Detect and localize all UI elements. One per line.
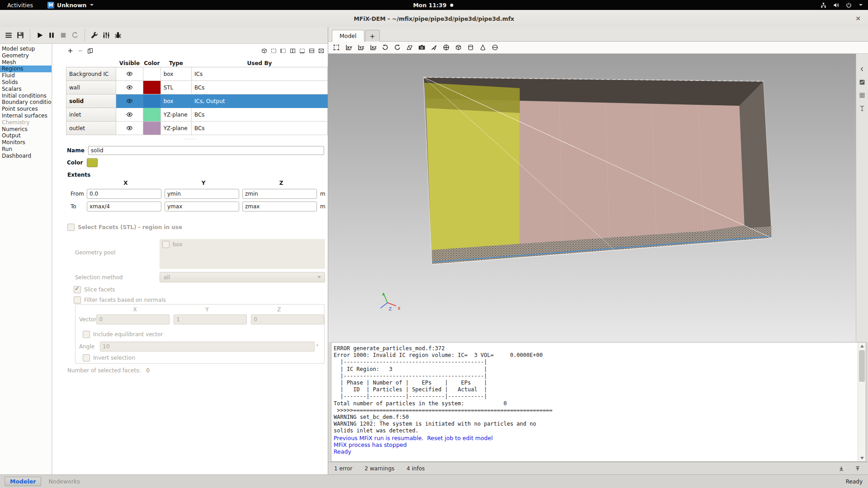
visibility-eye-icon[interactable] [126,111,133,117]
primitive-cone-button[interactable] [478,43,487,52]
from-x-input[interactable] [87,189,161,199]
axes-button[interactable] [441,43,451,52]
region-row-wall[interactable]: wallSTLBCs [66,81,328,94]
duplicate-region-button[interactable] [85,46,95,56]
splitter-handle[interactable]: ······ [52,137,328,141]
warning-count[interactable]: 2 warnings [365,465,395,472]
primitive-cylinder-button[interactable] [466,43,475,52]
region-visible-cell[interactable] [116,81,143,94]
plot-panel-button[interactable] [858,78,867,87]
settings-button[interactable] [100,29,112,41]
sidebar-item-numerics[interactable]: Numerics [0,126,52,133]
sidebar-item-solids[interactable]: Solids [0,79,52,86]
visibility-eye-icon[interactable] [126,125,133,131]
region-name-input[interactable] [88,146,324,155]
menu-button[interactable] [3,29,14,41]
region-color-swatch[interactable] [143,122,161,135]
sidebar-item-dashboard[interactable]: Dashboard [0,153,52,160]
sidebar-item-run[interactable]: Run [0,146,52,153]
region-row-solid[interactable]: solidboxICs, Output [66,94,328,108]
region-color-button[interactable] [87,158,98,167]
primitive-sphere-button[interactable] [490,43,500,52]
sidebar-item-boundary-conditions[interactable]: Boundary conditions [0,99,52,106]
bug-button[interactable] [112,29,124,41]
tab-model[interactable]: Model [332,30,364,42]
app-menu-button[interactable]: M Unknown [47,2,94,9]
scrollbar-up-arrow-icon[interactable] [858,343,866,349]
pause-button[interactable] [46,29,57,41]
scrollbar-down-arrow-icon[interactable] [858,455,866,461]
region-row-inlet[interactable]: inletYZ-planeBCs [66,108,328,122]
primitive-cube-button[interactable] [453,43,463,52]
sidebar-item-regions[interactable]: Regions [0,66,52,72]
cube-region-button[interactable] [259,46,269,56]
from-z-input[interactable] [242,189,317,199]
vertical-split-region-button[interactable] [288,46,297,56]
column-header-used-by[interactable]: Used By [191,59,327,67]
region-name-cell[interactable]: solid [66,94,116,108]
sidebar-item-internal-surfaces[interactable]: Internal surfaces [0,113,52,119]
region-color-swatch[interactable] [143,94,161,108]
close-window-button[interactable]: ✕ [853,10,863,27]
viewport-3d[interactable]: X Z [328,54,868,342]
region-visible-cell[interactable] [116,108,143,122]
column-header-color[interactable]: Color [143,59,161,67]
view-yz-button[interactable]: YZ [356,43,365,52]
region-row-background-ic[interactable]: Background ICboxICs [66,67,328,81]
region-name-cell[interactable]: outlet [66,122,116,135]
scroll-top-button[interactable] [852,463,863,474]
region-visible-cell[interactable] [116,94,143,108]
console-panel[interactable]: ERROR generate_particles_mod.f:372Error … [331,342,866,462]
system-tray[interactable] [820,2,868,9]
reset-view-button[interactable] [331,43,341,52]
scrollbar-thumb[interactable] [859,350,865,382]
sidebar-item-point-sources[interactable]: Point sources [0,106,52,113]
region-visible-cell[interactable] [116,122,143,135]
horizontal-split-region-button[interactable] [307,46,316,56]
screenshot-button[interactable] [417,43,426,52]
sidebar-item-model-setup[interactable]: Model setup [0,46,52,52]
region-color-swatch[interactable] [143,67,161,81]
to-x-input[interactable] [87,202,161,211]
visibility-eye-icon[interactable] [126,84,133,90]
probe-button[interactable] [429,43,439,52]
region-color-swatch[interactable] [143,108,161,122]
clamp-panel-button[interactable] [858,104,867,113]
modeler-tab-button[interactable]: Modeler [5,477,41,486]
column-header-visible[interactable]: Visible [116,59,143,67]
run-button[interactable] [34,29,46,41]
sidebar-item-fluid[interactable]: Fluid [0,72,52,79]
perspective-button[interactable] [405,43,414,52]
region-visible-cell[interactable] [116,67,143,81]
nodeworks-tab-button[interactable]: Nodeworks [48,478,80,485]
add-tab-button[interactable]: + [365,30,380,42]
info-count[interactable]: 4 infos [406,465,425,472]
sidebar-item-geometry[interactable]: Geometry [0,52,52,59]
build-button[interactable] [89,29,100,41]
visibility-eye-icon[interactable] [126,70,133,77]
region-name-cell[interactable]: inlet [66,108,116,122]
dashed-box-region-button[interactable] [269,46,278,56]
scroll-bottom-button[interactable] [835,463,847,474]
add-region-button[interactable] [65,46,75,56]
to-z-input[interactable] [242,202,317,211]
console-scrollbar[interactable] [858,343,866,461]
bottom-plane-region-button[interactable] [297,46,307,56]
activities-button[interactable]: Activities [5,2,35,9]
crossed-box-region-button[interactable] [316,46,326,56]
save-button[interactable] [14,29,26,41]
left-plane-region-button[interactable] [278,46,288,56]
region-row-outlet[interactable]: outletYZ-planeBCs [66,122,328,135]
view-xy-button[interactable]: XY [344,43,353,52]
error-count[interactable]: 1 error [334,465,353,472]
sidebar-item-monitors[interactable]: Monitors [0,139,52,146]
sidebar-item-output[interactable]: Output [0,132,52,139]
column-header-type[interactable]: Type [160,59,191,67]
rotate-ccw-button[interactable] [380,43,390,52]
sidebar-item-mesh[interactable]: Mesh [0,59,52,66]
sidebar-item-scalars[interactable]: Scalars [0,86,52,93]
to-y-input[interactable] [165,202,239,211]
from-y-input[interactable] [165,189,239,199]
grid-panel-button[interactable] [858,91,867,100]
region-name-cell[interactable]: Background IC [66,67,116,81]
